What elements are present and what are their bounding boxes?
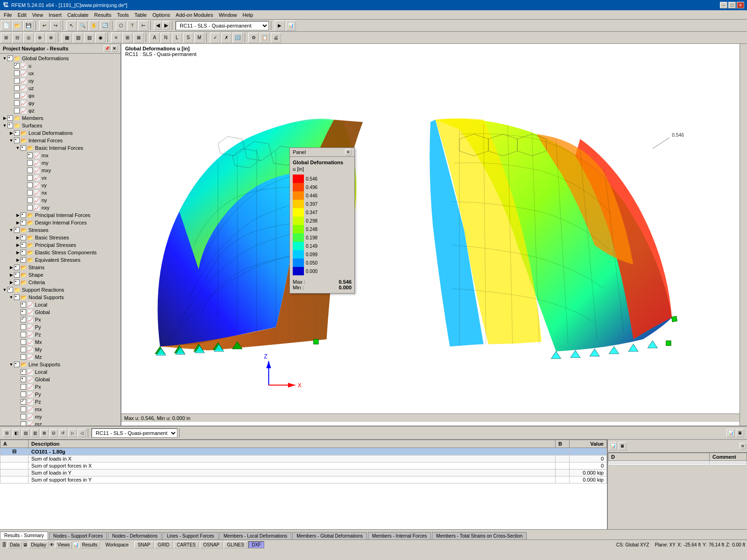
tree-item-mx2[interactable]: 📈Mx [1, 338, 120, 346]
tree-checkbox-ny[interactable] [27, 197, 33, 203]
results-tb-btn9[interactable]: ◁ [78, 429, 86, 437]
tree-item-global[interactable]: 📈Global [1, 308, 120, 316]
tree-checkbox-strains[interactable] [14, 265, 20, 270]
tree-checkbox-vx[interactable] [27, 175, 33, 181]
isometric-button[interactable]: ⬡ [116, 21, 126, 31]
menu-item-table[interactable]: Table [132, 11, 149, 19]
tree-checkbox-ox[interactable] [14, 93, 20, 98]
tb2-btn7[interactable]: ▧ [73, 33, 83, 43]
tree-arrow-stresses[interactable]: ▼ [8, 227, 14, 233]
rotate-button[interactable]: 🔄 [100, 21, 110, 31]
display-nav-button[interactable]: Display [28, 541, 49, 548]
tree-checkbox-internal-forces[interactable] [14, 138, 20, 143]
menu-item-file[interactable]: File [1, 11, 15, 19]
tree-checkbox-local2[interactable] [21, 369, 26, 375]
menu-item-tools[interactable]: Tools [114, 11, 132, 19]
tree-item-mx[interactable]: 📈mx [1, 152, 120, 159]
undo-button[interactable]: ↩ [39, 21, 49, 31]
tree-checkbox-mz[interactable] [21, 354, 26, 360]
data-nav-button[interactable]: Data [7, 541, 22, 548]
zoom-button[interactable]: 🔍 [78, 21, 88, 31]
pan-button[interactable]: ✋ [89, 21, 99, 31]
tree-item-my[interactable]: 📈my [1, 159, 120, 167]
menu-item-view[interactable]: View [29, 11, 46, 19]
tree-checkbox-mx3[interactable] [21, 406, 26, 412]
tb2-btn10[interactable]: ≡ [111, 33, 121, 43]
menu-item-help[interactable]: Help [240, 11, 256, 19]
results-tb-btn1[interactable]: ⊞ [3, 429, 11, 437]
tree-arrow-strains[interactable]: ▶ [8, 265, 14, 270]
tree-item-u[interactable]: 📈u [1, 62, 120, 70]
tb2-btn18[interactable]: ✓ [210, 33, 220, 43]
tree-item-mxy[interactable]: 📈mxy [1, 167, 120, 174]
tree-checkbox-nxy[interactable] [27, 205, 33, 210]
tree-checkbox-local[interactable] [21, 302, 26, 308]
tb2-btn5[interactable]: ⊗ [46, 33, 56, 43]
tree-item-support-react[interactable]: ▼📁Support Reactions [1, 286, 120, 294]
tree-item-mx3[interactable]: 📈mx [1, 406, 120, 413]
tree-checkbox-u[interactable] [14, 63, 20, 69]
tree-arrow-line-supports[interactable]: ▼ [8, 362, 14, 367]
tb2-btn16[interactable]: S [183, 33, 193, 43]
tree-item-py[interactable]: 📈Py [1, 323, 120, 331]
tree-arrow-design-int[interactable]: ▶ [15, 220, 21, 225]
save-button[interactable]: 💾 [23, 21, 34, 31]
results-tb-btn5[interactable]: ⊠ [40, 429, 49, 437]
tree-checkbox-basic-stress[interactable] [21, 235, 26, 240]
redo-button[interactable]: ↪ [50, 21, 61, 31]
tree-item-uz[interactable]: 📈uz [1, 84, 120, 92]
tab-2[interactable]: Nodes - Deformations [108, 532, 162, 539]
tree-item-py2[interactable]: 📈Py [1, 391, 120, 398]
tab-3[interactable]: Lines - Support Forces [162, 532, 218, 539]
tree-item-design-int[interactable]: ▶📂Design Internal Forces [1, 219, 120, 226]
tb2-btn11[interactable]: ⊞ [122, 33, 133, 43]
minimize-button[interactable]: – [720, 2, 727, 8]
menu-item-insert[interactable]: Insert [46, 11, 64, 19]
tb2-btn9[interactable]: ◉ [95, 33, 106, 43]
tree-checkbox-equiv-stress[interactable] [21, 257, 26, 263]
tree-item-principal-stress[interactable]: ▶📂Principal Stresses [1, 241, 120, 249]
tree-item-internal-forces[interactable]: ▼📂Internal Forces [1, 137, 120, 144]
tree-item-nodal-supports[interactable]: ▼📂Nodal Supports [1, 294, 120, 301]
tree-item-local[interactable]: 📈Local [1, 301, 120, 308]
tab-1[interactable]: Nodes - Support Forces [49, 532, 107, 539]
tree-arrow-local-def[interactable]: ▶ [8, 130, 14, 136]
tree-checkbox-nodal-supports[interactable] [14, 294, 20, 300]
tree-item-shape[interactable]: ▶📂Shape [1, 271, 120, 279]
tree-item-local-def[interactable]: ▶📂Local Deformations [1, 129, 120, 137]
tree-checkbox-uz[interactable] [14, 85, 20, 91]
tree-checkbox-oy[interactable] [14, 100, 20, 106]
tree-checkbox-px[interactable] [21, 317, 26, 322]
status-btn-grid[interactable]: GRID [155, 541, 173, 548]
tb2-btn6[interactable]: ▦ [62, 33, 72, 43]
maximize-button[interactable]: □ [728, 2, 736, 8]
viewport-canvas[interactable]: Z X 0.546 Panel ✕ [121, 59, 740, 422]
tree-checkbox-oz[interactable] [14, 108, 20, 113]
status-btn-snap[interactable]: SNAP [134, 541, 154, 548]
tb2-btn17[interactable]: M [194, 33, 204, 43]
menu-item-calculate[interactable]: Calculate [64, 11, 92, 19]
select-button[interactable]: ↖ [66, 21, 77, 31]
menu-item-options[interactable]: Options [149, 11, 173, 19]
front-view-button[interactable]: ⊢ [138, 21, 148, 31]
tree-item-equiv-stress[interactable]: ▶📂Equivalent Stresses [1, 256, 120, 264]
results-tb-btn3[interactable]: ▤ [21, 429, 30, 437]
tree-item-pz2[interactable]: 📈Pz [1, 398, 120, 406]
load-case-dropdown[interactable]: RC11 - SLS - Quasi-permanent [176, 21, 269, 30]
tree-checkbox-principal-stress[interactable] [21, 242, 26, 248]
tb2-btn2[interactable]: ⊟ [12, 33, 22, 43]
tb2-btn3[interactable]: ◎ [23, 33, 34, 43]
tree-checkbox-members[interactable] [7, 115, 13, 121]
tb2-btn15[interactable]: L [172, 33, 182, 43]
tb2-btn20[interactable]: 🔢 [233, 33, 243, 43]
results-tb-btn7[interactable]: ↺ [59, 429, 67, 437]
tree-item-line-supports[interactable]: ▼📂Line Supports [1, 361, 120, 368]
tree-item-basic-int[interactable]: ▼📂Basic Internal Forces [1, 144, 120, 152]
nav-prev-button[interactable]: ◀ [154, 21, 162, 30]
tree-checkbox-px2[interactable] [21, 384, 26, 390]
panel-close-button[interactable]: ✕ [111, 45, 118, 52]
tree-checkbox-global2[interactable] [21, 377, 26, 382]
tree-item-my3[interactable]: 📈my [1, 413, 120, 420]
tree-item-mz2[interactable]: 📈mz [1, 420, 120, 426]
tree-checkbox-stresses[interactable] [14, 227, 20, 233]
